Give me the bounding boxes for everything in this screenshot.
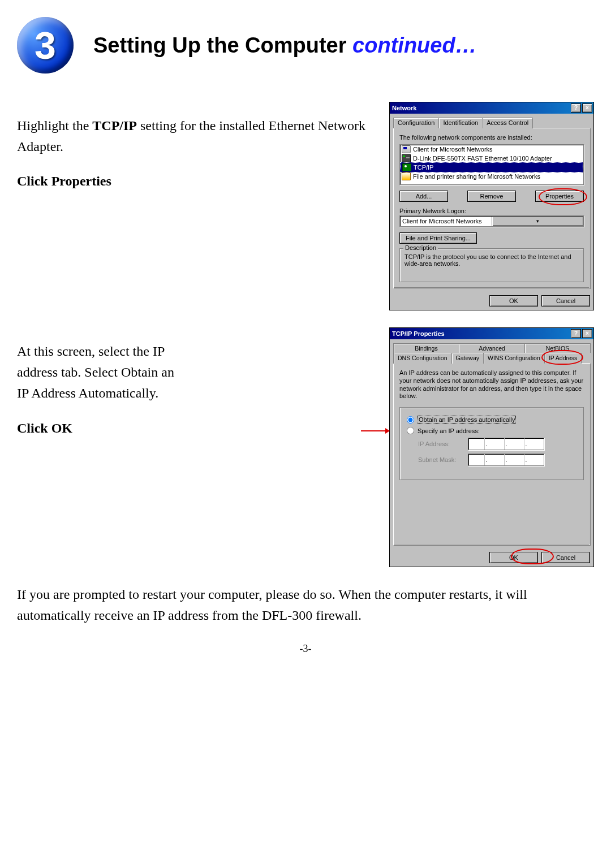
ip-address-label: IP Address: [418,441,462,447]
logon-combo[interactable]: Client for Microsoft Networks [399,215,584,227]
ip-choice-group: Obtain an IP address automatically Speci… [399,407,584,480]
help-icon[interactable]: ? [571,103,581,113]
components-label: The following network components are ins… [399,134,584,141]
footer-text: If you are prompted to restart your comp… [17,584,594,626]
radio-specify[interactable]: Specify an IP address: [407,427,576,434]
list-item[interactable]: Client for Microsoft Networks [400,145,583,154]
page-title: Setting Up the Computer continued… [93,33,477,58]
components-listbox[interactable]: Client for Microsoft Networks D-Link DFE… [399,144,584,185]
add-button[interactable]: Add... [399,191,448,202]
tab-gateway[interactable]: Gateway [451,353,484,364]
red-arrow-annotation [361,430,389,431]
section-1: Highlight the TCP/IP setting for the ins… [17,102,594,310]
help-icon[interactable]: ? [571,329,581,338]
network-dialog: Network ? × Configuration Identification… [389,102,594,310]
ip-description: An IP address can be automatically assig… [399,369,584,400]
network-tabpage: The following network components are ins… [393,128,590,288]
ip-address-field[interactable]: ... [468,438,544,450]
radio-obtain-auto[interactable]: Obtain an IP address automatically [407,416,576,424]
tab-advanced[interactable]: Advanced [459,343,525,353]
instruction-action-1: Click Properties [17,171,378,192]
step-number: 3 [35,23,56,67]
tab-ip-address[interactable]: IP Address [544,353,582,364]
logon-value: Client for Microsoft Networks [400,218,492,224]
step-number-badge: 3 [17,17,74,74]
close-icon[interactable]: × [582,329,592,338]
ok-button[interactable]: OK [489,295,538,306]
client-icon [402,145,411,153]
tcpip-dialog-buttons: OK Cancel [390,549,593,567]
tab-bindings[interactable]: Bindings [393,343,459,353]
list-item[interactable]: File and printer sharing for Microsoft N… [400,172,583,181]
tcpip-tabs-row2: DNS Configuration Gateway WINS Configura… [390,352,593,363]
page-header: 3 Setting Up the Computer continued… [17,17,594,74]
screenshot-1: Network ? × Configuration Identification… [389,102,594,310]
tcpip-titlebar: TCP/IP Properties ? × [390,328,593,339]
tcpip-title: TCP/IP Properties [392,330,570,337]
subnet-mask-label: Subnet Mask: [418,456,462,463]
subnet-mask-field[interactable]: ... [468,454,544,466]
radio-specify-label: Specify an IP address: [418,427,480,434]
ip-address-row: IP Address: ... [418,438,576,450]
component-buttons: Add... Remove Properties [399,191,584,202]
instruction-text-2: At this screen, select the IP address ta… [17,341,175,404]
tab-identification[interactable]: Identification [438,118,483,128]
page-number: -3- [17,643,594,655]
tab-configuration[interactable]: Configuration [393,118,439,128]
close-icon[interactable]: × [582,103,592,113]
tab-wins[interactable]: WINS Configuration [483,353,545,364]
description-group: Description TCP/IP is the protocol you u… [399,248,584,282]
network-tabs: Configuration Identification Access Cont… [390,114,593,128]
tab-dns[interactable]: DNS Configuration [393,353,452,364]
protocol-icon [402,163,411,171]
radio-auto-label: Obtain an IP address automatically [418,416,516,424]
nic-icon [402,154,411,162]
cancel-button[interactable]: Cancel [541,552,590,563]
tcpip-dialog: TCP/IP Properties ? × Bindings Advanced … [389,327,594,567]
list-item[interactable]: D-Link DFE-550TX FAST Ethernet 10/100 Ad… [400,154,583,163]
logon-label: Primary Network Logon: [399,208,584,214]
network-title: Network [392,105,570,111]
radio-specify-input[interactable] [407,427,414,434]
instruction-text-1: Highlight the TCP/IP setting for the ins… [17,115,378,157]
properties-button[interactable]: Properties [535,191,584,202]
description-title: Description [403,244,438,251]
screenshot-2: TCP/IP Properties ? × Bindings Advanced … [389,327,594,567]
network-titlebar: Network ? × [390,102,593,114]
tcpip-tabs-row1: Bindings Advanced NetBIOS [390,339,593,352]
tcpip-tabpage: An IP address can be automatically assig… [393,363,590,545]
chevron-down-icon[interactable] [492,217,584,226]
file-print-sharing-button[interactable]: File and Print Sharing... [399,232,477,244]
remove-button[interactable]: Remove [467,191,516,202]
tab-access-control[interactable]: Access Control [482,118,533,128]
description-text: TCP/IP is the protocol you use to connec… [405,253,579,277]
network-dialog-buttons: OK Cancel [390,292,593,310]
cancel-button[interactable]: Cancel [541,295,590,306]
instructions-2: At this screen, select the IP address ta… [17,327,389,452]
list-item-selected[interactable]: TCP/IP [400,162,583,172]
instruction-action-2: Click OK [17,418,378,439]
share-icon [402,172,411,180]
instructions-1: Highlight the TCP/IP setting for the ins… [17,102,389,206]
ok-button[interactable]: OK [489,552,538,563]
radio-auto-input[interactable] [407,416,414,424]
section-2: At this screen, select the IP address ta… [17,327,594,567]
subnet-mask-row: Subnet Mask: ... [418,454,576,466]
tab-netbios[interactable]: NetBIOS [524,343,591,353]
